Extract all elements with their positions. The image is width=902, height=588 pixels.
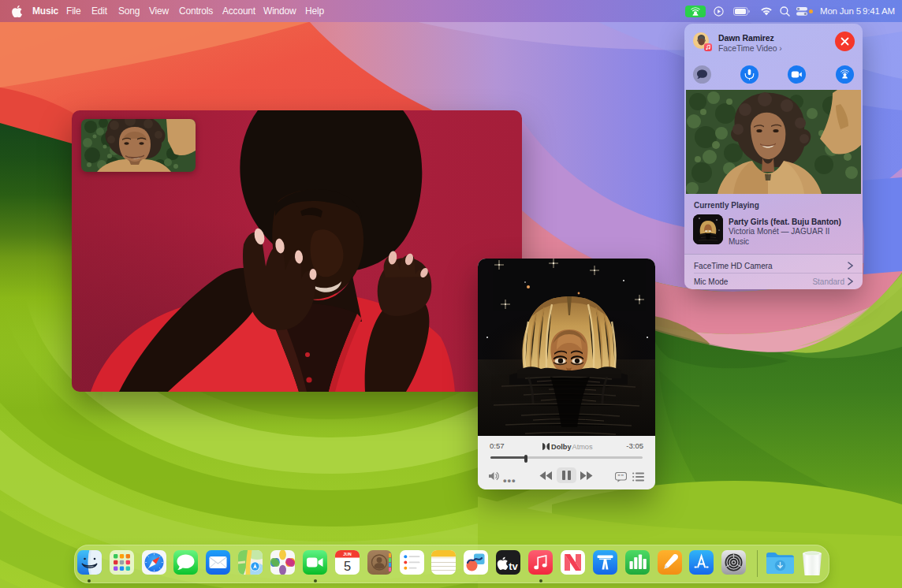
svg-text:Atmos: Atmos xyxy=(572,443,593,451)
svg-text:JUN: JUN xyxy=(343,552,352,556)
svg-text:”: ” xyxy=(621,474,624,479)
svg-text:5: 5 xyxy=(344,559,351,573)
svg-text:”: ” xyxy=(617,474,621,479)
svg-text:tv: tv xyxy=(509,560,518,572)
svg-text:Dolby: Dolby xyxy=(551,443,572,451)
